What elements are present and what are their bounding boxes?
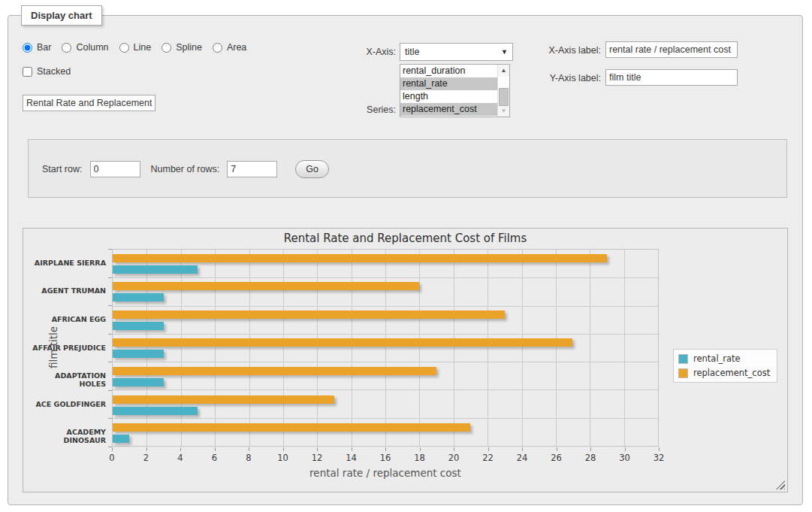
bar-rental_rate	[113, 378, 164, 386]
num-rows-input[interactable]	[227, 161, 277, 177]
chart-type-radio-area[interactable]	[213, 43, 222, 53]
chart-type-radio-spline[interactable]	[161, 43, 171, 53]
x-axis-select[interactable]: title ▼	[400, 43, 513, 61]
chart-type-radio-column[interactable]	[62, 43, 71, 53]
x-tick-label: 2	[133, 453, 160, 463]
y-tick-mark	[108, 249, 112, 250]
series-multiselect[interactable]: rental_durationrental_ratelengthreplacem…	[400, 64, 510, 117]
bar-rental_rate	[113, 350, 164, 358]
legend-swatch-replacement_cost	[678, 368, 688, 378]
scroll-down-icon[interactable]: ▼	[498, 105, 509, 117]
y-tick-mark	[108, 334, 112, 335]
x-tick-label: 26	[543, 453, 570, 463]
series-option[interactable]: rental_duration	[400, 65, 497, 77]
x-tick-label: 4	[167, 453, 194, 463]
x-tick-label: 0	[98, 453, 125, 463]
chart-legend: rental_ratereplacement_cost	[673, 349, 777, 383]
bar-replacement_cost	[113, 338, 572, 347]
chart-title: Rental Rate and Replacement Cost of Film…	[23, 232, 787, 245]
bar-rental_rate	[113, 265, 198, 274]
bar-replacement_cost	[113, 423, 470, 432]
x-axis-label-input[interactable]	[605, 41, 738, 58]
legend-entry: replacement_cost	[678, 368, 770, 378]
x-tick-mark	[385, 447, 386, 451]
x-tick-label: 14	[338, 453, 365, 463]
y-tick-mark	[108, 305, 112, 306]
chart-type-radio-group: BarColumnLineSplineArea	[23, 42, 252, 53]
x-tick-mark	[215, 447, 216, 451]
legend-label: replacement_cost	[693, 368, 770, 378]
chart-type-label-area: Area	[227, 42, 246, 53]
x-tick-label: 32	[645, 453, 672, 463]
x-tick-mark	[454, 447, 454, 451]
x-tick-label: 22	[475, 453, 502, 463]
chart-container: Rental Rate and Replacement Cost of Film…	[23, 228, 788, 492]
chart-type-label-line: Line	[134, 42, 152, 53]
legend-entry: rental_rate	[678, 353, 770, 364]
go-button[interactable]: Go	[295, 160, 329, 178]
x-tick-label: 10	[270, 453, 297, 463]
chart-type-label-column: Column	[76, 42, 108, 53]
chart-type-radio-line[interactable]	[119, 43, 129, 53]
bar-rental_rate	[113, 407, 198, 415]
bar-rental_rate	[113, 435, 129, 443]
x-tick-mark	[180, 447, 181, 451]
x-tick-label: 24	[509, 453, 536, 463]
num-rows-label: Number of rows:	[151, 164, 220, 174]
scrollbar-thumb[interactable]	[499, 88, 509, 106]
legend-label: rental_rate	[693, 353, 741, 364]
y-axis-label-input[interactable]	[605, 69, 738, 86]
series-scrollbar[interactable]: ▲ ▼	[497, 65, 509, 117]
bar-group	[113, 250, 658, 278]
x-tick-mark	[557, 447, 557, 451]
y-tick-label: AFFAIR PREJUDICE	[28, 344, 106, 352]
start-row-input[interactable]	[90, 161, 140, 177]
y-tick-mark	[108, 390, 112, 391]
y-tick-mark	[108, 362, 112, 362]
x-tick-label: 30	[611, 453, 638, 463]
bar-rental_rate	[113, 322, 164, 330]
y-tick-label: AGENT TRUMAN	[28, 286, 106, 295]
x-tick-label: 12	[303, 453, 331, 463]
x-tick-mark	[317, 447, 318, 451]
x-tick-mark	[659, 447, 660, 451]
x-axis-title: rental rate / replacement cost	[112, 467, 659, 479]
x-tick-label: 28	[577, 453, 604, 463]
row-range-panel: Start row: Number of rows: Go	[28, 139, 787, 198]
x-tick-mark	[590, 447, 591, 451]
plot-area	[112, 249, 659, 447]
y-tick-label: ACE GOLDFINGER	[28, 400, 106, 408]
series-options: rental_durationrental_ratelengthreplacem…	[400, 65, 497, 117]
series-option[interactable]: rental_rate	[400, 77, 497, 90]
x-tick-label: 16	[372, 453, 399, 463]
bar-group	[113, 306, 658, 335]
y-tick-label: AFRICAN EGG	[28, 315, 106, 323]
x-axis-label-label: X-Axis label:	[526, 45, 601, 56]
bar-replacement_cost	[113, 395, 334, 404]
x-axis-selected-value: title	[405, 47, 419, 57]
scroll-up-icon[interactable]: ▲	[498, 65, 509, 76]
legend-swatch-rental_rate	[678, 354, 688, 364]
x-tick-mark	[488, 447, 489, 451]
x-tick-mark	[249, 447, 249, 451]
chart-type-radio-bar[interactable]	[23, 43, 32, 53]
fieldset-legend: Display chart	[21, 5, 102, 26]
x-tick-label: 18	[406, 453, 433, 463]
series-option[interactable]: replacement_cost	[400, 103, 497, 116]
chart-type-label-spline: Spline	[176, 42, 202, 53]
x-tick-label: 6	[201, 453, 228, 463]
y-tick-label: ADAPTATION HOLES	[28, 371, 106, 388]
x-tick-mark	[283, 447, 284, 451]
series-option[interactable]: length	[400, 90, 497, 103]
resize-handle-icon[interactable]	[776, 480, 785, 489]
x-tick-mark	[112, 447, 113, 451]
stacked-row: Stacked	[23, 66, 71, 77]
chart-type-label-bar: Bar	[37, 42, 51, 53]
scrollbar-track[interactable]	[498, 76, 509, 105]
bar-group	[113, 362, 658, 391]
stacked-checkbox[interactable]	[23, 67, 32, 77]
y-tick-label: ACADEMY DINOSAUR	[28, 428, 106, 444]
bar-replacement_cost	[113, 367, 436, 375]
x-tick-label: 8	[235, 453, 262, 463]
chart-title-input[interactable]	[23, 95, 155, 111]
